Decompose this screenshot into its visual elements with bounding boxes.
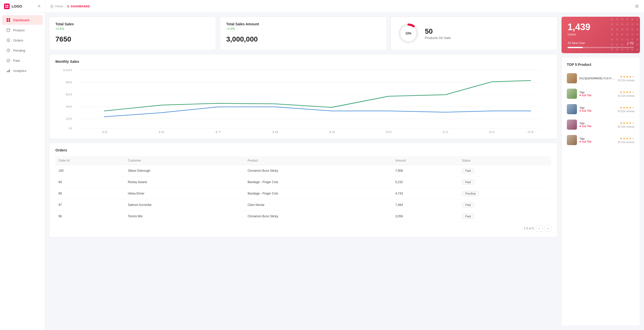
col-product: Product bbox=[245, 156, 392, 165]
total-sales-title: Total Sales bbox=[55, 22, 210, 26]
svg-text:20: 20 bbox=[385, 130, 392, 133]
sidebar-item-product[interactable]: Product bbox=[2, 25, 43, 35]
status-badge: Paid bbox=[462, 180, 474, 185]
svg-text:80: 80 bbox=[66, 81, 72, 84]
users-progress-bar bbox=[568, 47, 634, 48]
col-status: Status bbox=[459, 156, 551, 165]
svg-point-46 bbox=[636, 18, 638, 20]
svg-point-68 bbox=[626, 38, 628, 41]
logo-icon bbox=[4, 4, 10, 9]
svg-point-65 bbox=[611, 38, 613, 41]
status-badge: Paid bbox=[462, 202, 474, 207]
svg-rect-7 bbox=[9, 20, 10, 22]
product-title: Title bbox=[579, 122, 615, 125]
status-badge: Pending bbox=[462, 191, 479, 196]
star-icon: ★ bbox=[629, 90, 632, 94]
cell-amount: 7,908 bbox=[392, 165, 459, 177]
star-icon: ★ bbox=[623, 75, 626, 79]
sidebar: LOGO ✕ Dashboard Product $ Orders P bbox=[0, 0, 45, 330]
svg-point-58 bbox=[636, 28, 638, 30]
sidebar-item-paid[interactable]: Paid bbox=[2, 56, 43, 65]
cell-status: Paid bbox=[459, 177, 551, 188]
product-title: Title bbox=[579, 137, 615, 140]
sidebar-item-analytics[interactable]: Analytics bbox=[2, 66, 43, 75]
cell-product: Bandage - Finger Cots bbox=[245, 177, 392, 188]
breadcrumb: Home › 0. DASHBOARD bbox=[50, 5, 90, 8]
cell-amount: 3,058 bbox=[392, 211, 459, 222]
star-icon: ★ bbox=[629, 106, 632, 109]
product-subtitle: ♥ Sub Title bbox=[579, 109, 615, 112]
star-icon: ★ bbox=[626, 90, 629, 94]
breadcrumb-current[interactable]: 0. DASHBOARD bbox=[67, 5, 90, 8]
breadcrumb-separator: › bbox=[65, 5, 66, 8]
svg-point-66 bbox=[616, 38, 618, 41]
settings-icon[interactable]: ⚙ bbox=[635, 4, 639, 9]
total-sales-value: 7650 bbox=[55, 35, 210, 43]
next-page-button[interactable]: › bbox=[545, 225, 551, 232]
svg-text:100: 100 bbox=[63, 69, 72, 72]
svg-point-79 bbox=[621, 49, 623, 51]
svg-text:40: 40 bbox=[66, 105, 72, 108]
close-sidebar-button[interactable]: ✕ bbox=[37, 4, 41, 9]
avatar-image bbox=[567, 135, 577, 145]
avatar-image bbox=[567, 89, 577, 99]
star-icon: ★ bbox=[623, 106, 626, 109]
avatar-image bbox=[567, 104, 577, 114]
analytics-icon bbox=[6, 68, 11, 73]
star-icon: ★ bbox=[626, 121, 629, 125]
star-icon: ★ bbox=[620, 106, 622, 109]
prev-page-button[interactable]: ‹ bbox=[536, 225, 543, 232]
review-count: 83.52k reviews bbox=[618, 110, 635, 113]
product-item: Title ♥ Sub Title ★★★★★ 83.52k reviews bbox=[567, 117, 635, 132]
donut-chart: 10% bbox=[397, 22, 420, 45]
sidebar-item-dashboard[interactable]: Dashboard bbox=[2, 15, 43, 25]
col-customer: Customer bbox=[125, 156, 244, 165]
orders-table: Order Id Customer Product Amount Status … bbox=[55, 156, 551, 222]
product-info: Title ♥ Sub Title bbox=[579, 122, 615, 128]
users-label: Users bbox=[568, 32, 634, 36]
cell-status: Pending bbox=[459, 188, 551, 199]
svg-text:23: 23 bbox=[527, 130, 534, 133]
table-row: 100 Sileas Oxbrough Cinnamon Buns Sticky… bbox=[55, 165, 551, 177]
product-title: Title bbox=[579, 106, 615, 109]
sidebar-item-pending[interactable]: Pending bbox=[2, 46, 43, 55]
review-count: 83.52k reviews bbox=[618, 141, 635, 144]
logo: LOGO bbox=[4, 4, 22, 9]
svg-text:20: 20 bbox=[66, 117, 72, 120]
total-sales-amount-title: Total Sales Amount bbox=[226, 22, 380, 26]
product-info: Title ♥ Sub Title bbox=[579, 137, 615, 143]
product-avatar bbox=[567, 120, 577, 130]
svg-point-70 bbox=[636, 38, 638, 41]
star-icon: ★ bbox=[620, 137, 622, 140]
col-order-id: Order Id bbox=[55, 156, 125, 165]
product-subtitle: ♥ Sub Title bbox=[579, 140, 615, 143]
cell-amount: 4,743 bbox=[392, 188, 459, 199]
star-icon: ★ bbox=[629, 75, 632, 79]
svg-point-77 bbox=[611, 49, 613, 51]
product-item: Title ♥ Sub Title ★★★★★ 83.52k reviews bbox=[567, 132, 635, 148]
cell-order-id: 100 bbox=[55, 165, 125, 177]
total-sales-amount-value: 3,000,000 bbox=[226, 35, 380, 43]
star-icon: ★ bbox=[632, 121, 635, 125]
svg-text:16: 16 bbox=[158, 130, 164, 133]
products-count: 50 bbox=[425, 27, 451, 35]
sidebar-item-orders[interactable]: $ Orders bbox=[2, 35, 43, 45]
content-area: Total Sales +2.6% 7650 Total Sales Amoun… bbox=[45, 13, 644, 330]
cell-customer: Helsa Elmer bbox=[125, 188, 244, 199]
total-sales-amount-card: Total Sales Amount +2.6% 3,000,000 bbox=[220, 17, 387, 50]
orders-title: Orders bbox=[55, 148, 551, 152]
svg-rect-6 bbox=[7, 20, 8, 22]
new-user-label: 43 New User bbox=[568, 41, 585, 45]
svg-text:$: $ bbox=[8, 39, 9, 42]
dashboard-icon bbox=[6, 18, 11, 22]
products-on-sale-card: 10% 50 Products On Sale bbox=[391, 17, 557, 50]
svg-rect-17 bbox=[51, 6, 53, 8]
home-icon bbox=[50, 5, 54, 8]
content-right: 1,439 Users 43 New User 2.3% TOP 5 Produ… bbox=[562, 17, 640, 326]
svg-point-42 bbox=[616, 18, 618, 20]
product-icon bbox=[6, 28, 11, 32]
col-amount: Amount bbox=[392, 156, 459, 165]
product-subtitle: ♥ Sub Title bbox=[579, 125, 615, 128]
review-count: 83.52k reviews bbox=[618, 125, 635, 128]
product-info: [4선방판매/MADE] 카프카 심플 롤 펀피스(반팔 복스티에나 AI) -… bbox=[579, 76, 615, 80]
